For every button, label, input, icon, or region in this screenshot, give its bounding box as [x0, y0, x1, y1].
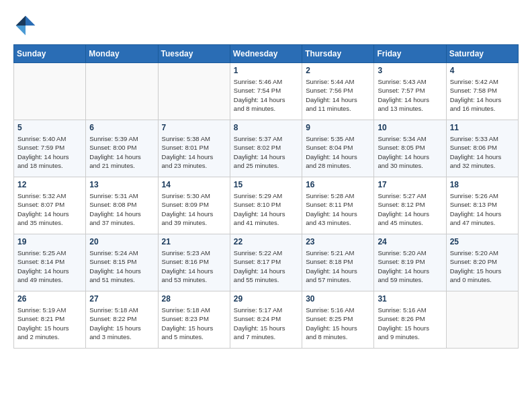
day-info: Sunrise: 5:20 AM Sunset: 8:19 PM Dayligh… [378, 248, 442, 284]
day-number: 24 [378, 237, 442, 246]
day-info: Sunrise: 5:33 AM Sunset: 8:06 PM Dayligh… [450, 134, 515, 170]
day-info: Sunrise: 5:43 AM Sunset: 7:57 PM Dayligh… [378, 77, 442, 113]
day-number: 1 [234, 66, 298, 75]
calendar-cell: 9Sunrise: 5:35 AM Sunset: 8:04 PM Daylig… [302, 120, 374, 177]
calendar-cell: 26Sunrise: 5:19 AM Sunset: 8:21 PM Dayli… [14, 291, 86, 349]
logo-icon [13, 13, 38, 38]
day-info: Sunrise: 5:44 AM Sunset: 7:56 PM Dayligh… [306, 77, 370, 113]
calendar-cell: 29Sunrise: 5:17 AM Sunset: 8:24 PM Dayli… [230, 291, 302, 349]
calendar-cell: 31Sunrise: 5:16 AM Sunset: 8:26 PM Dayli… [374, 291, 446, 349]
calendar-cell: 12Sunrise: 5:32 AM Sunset: 8:07 PM Dayli… [14, 177, 86, 234]
calendar-cell: 5Sunrise: 5:40 AM Sunset: 7:59 PM Daylig… [14, 120, 86, 177]
day-number: 15 [234, 180, 298, 189]
day-number: 30 [306, 294, 370, 304]
calendar-cell: 2Sunrise: 5:44 AM Sunset: 7:56 PM Daylig… [302, 63, 374, 120]
day-number: 22 [234, 237, 298, 246]
calendar-cell: 21Sunrise: 5:23 AM Sunset: 8:16 PM Dayli… [158, 234, 230, 291]
day-number: 4 [450, 66, 515, 75]
calendar-cell: 10Sunrise: 5:34 AM Sunset: 8:05 PM Dayli… [374, 120, 446, 177]
weekday-header-friday: Friday [374, 45, 446, 63]
day-number: 6 [89, 123, 154, 132]
day-number: 12 [17, 180, 82, 189]
calendar-cell [86, 63, 158, 120]
calendar-cell [446, 291, 518, 349]
day-number: 27 [89, 294, 154, 304]
day-info: Sunrise: 5:34 AM Sunset: 8:05 PM Dayligh… [378, 134, 442, 170]
day-info: Sunrise: 5:17 AM Sunset: 8:24 PM Dayligh… [234, 306, 298, 341]
day-number: 21 [162, 237, 226, 246]
day-number: 8 [234, 123, 298, 132]
day-info: Sunrise: 5:18 AM Sunset: 8:23 PM Dayligh… [162, 306, 226, 341]
day-number: 31 [378, 294, 442, 304]
day-info: Sunrise: 5:20 AM Sunset: 8:20 PM Dayligh… [450, 248, 515, 284]
day-number: 14 [162, 180, 226, 189]
day-info: Sunrise: 5:29 AM Sunset: 8:10 PM Dayligh… [234, 191, 298, 227]
day-info: Sunrise: 5:16 AM Sunset: 8:25 PM Dayligh… [306, 306, 370, 341]
day-number: 9 [306, 123, 370, 132]
calendar-cell: 20Sunrise: 5:24 AM Sunset: 8:15 PM Dayli… [86, 234, 158, 291]
day-number: 18 [450, 180, 515, 189]
day-number: 10 [378, 123, 442, 132]
calendar-cell: 18Sunrise: 5:26 AM Sunset: 8:13 PM Dayli… [446, 177, 518, 234]
weekday-header-thursday: Thursday [302, 45, 374, 63]
day-info: Sunrise: 5:22 AM Sunset: 8:17 PM Dayligh… [234, 248, 298, 284]
day-number: 2 [306, 66, 370, 75]
day-number: 28 [162, 294, 226, 304]
day-info: Sunrise: 5:18 AM Sunset: 8:22 PM Dayligh… [89, 306, 154, 341]
day-info: Sunrise: 5:19 AM Sunset: 8:21 PM Dayligh… [17, 306, 82, 341]
calendar-cell: 24Sunrise: 5:20 AM Sunset: 8:19 PM Dayli… [374, 234, 446, 291]
calendar-cell: 22Sunrise: 5:22 AM Sunset: 8:17 PM Dayli… [230, 234, 302, 291]
svg-marker-0 [26, 16, 35, 26]
day-info: Sunrise: 5:27 AM Sunset: 8:12 PM Dayligh… [378, 191, 442, 227]
day-info: Sunrise: 5:32 AM Sunset: 8:07 PM Dayligh… [17, 191, 82, 227]
day-info: Sunrise: 5:35 AM Sunset: 8:04 PM Dayligh… [306, 134, 370, 170]
calendar-cell: 19Sunrise: 5:25 AM Sunset: 8:14 PM Dayli… [14, 234, 86, 291]
day-number: 3 [378, 66, 442, 75]
calendar-cell: 16Sunrise: 5:28 AM Sunset: 8:11 PM Dayli… [302, 177, 374, 234]
day-info: Sunrise: 5:26 AM Sunset: 8:13 PM Dayligh… [450, 191, 515, 227]
calendar-cell: 13Sunrise: 5:31 AM Sunset: 8:08 PM Dayli… [86, 177, 158, 234]
calendar-table: SundayMondayTuesdayWednesdayThursdayFrid… [13, 44, 519, 349]
day-number: 20 [89, 237, 154, 246]
day-number: 17 [378, 180, 442, 189]
day-info: Sunrise: 5:39 AM Sunset: 8:00 PM Dayligh… [89, 134, 154, 170]
day-info: Sunrise: 5:31 AM Sunset: 8:08 PM Dayligh… [89, 191, 154, 227]
day-info: Sunrise: 5:40 AM Sunset: 7:59 PM Dayligh… [17, 134, 82, 170]
calendar-cell: 7Sunrise: 5:38 AM Sunset: 8:01 PM Daylig… [158, 120, 230, 177]
weekday-header-saturday: Saturday [446, 45, 518, 63]
calendar-cell: 30Sunrise: 5:16 AM Sunset: 8:25 PM Dayli… [302, 291, 374, 349]
day-info: Sunrise: 5:28 AM Sunset: 8:11 PM Dayligh… [306, 191, 370, 227]
calendar-cell: 14Sunrise: 5:30 AM Sunset: 8:09 PM Dayli… [158, 177, 230, 234]
calendar-cell: 1Sunrise: 5:46 AM Sunset: 7:54 PM Daylig… [230, 63, 302, 120]
logo [13, 13, 40, 38]
calendar-cell [158, 63, 230, 120]
day-info: Sunrise: 5:30 AM Sunset: 8:09 PM Dayligh… [162, 191, 226, 227]
calendar-cell: 23Sunrise: 5:21 AM Sunset: 8:18 PM Dayli… [302, 234, 374, 291]
day-info: Sunrise: 5:38 AM Sunset: 8:01 PM Dayligh… [162, 134, 226, 170]
svg-marker-2 [16, 26, 26, 35]
day-number: 7 [162, 123, 226, 132]
weekday-header-wednesday: Wednesday [230, 45, 302, 63]
day-info: Sunrise: 5:21 AM Sunset: 8:18 PM Dayligh… [306, 248, 370, 284]
calendar-cell: 3Sunrise: 5:43 AM Sunset: 7:57 PM Daylig… [374, 63, 446, 120]
calendar-cell: 4Sunrise: 5:42 AM Sunset: 7:58 PM Daylig… [446, 63, 518, 120]
calendar-cell: 15Sunrise: 5:29 AM Sunset: 8:10 PM Dayli… [230, 177, 302, 234]
day-info: Sunrise: 5:46 AM Sunset: 7:54 PM Dayligh… [234, 77, 298, 113]
day-info: Sunrise: 5:25 AM Sunset: 8:14 PM Dayligh… [17, 248, 82, 284]
weekday-header-tuesday: Tuesday [158, 45, 230, 63]
calendar-cell: 11Sunrise: 5:33 AM Sunset: 8:06 PM Dayli… [446, 120, 518, 177]
day-number: 19 [17, 237, 82, 246]
calendar-cell: 8Sunrise: 5:37 AM Sunset: 8:02 PM Daylig… [230, 120, 302, 177]
day-info: Sunrise: 5:16 AM Sunset: 8:26 PM Dayligh… [378, 306, 442, 341]
day-info: Sunrise: 5:23 AM Sunset: 8:16 PM Dayligh… [162, 248, 226, 284]
calendar-cell: 28Sunrise: 5:18 AM Sunset: 8:23 PM Dayli… [158, 291, 230, 349]
weekday-header-monday: Monday [86, 45, 158, 63]
calendar-cell: 25Sunrise: 5:20 AM Sunset: 8:20 PM Dayli… [446, 234, 518, 291]
calendar-cell [14, 63, 86, 120]
svg-marker-1 [16, 16, 26, 26]
calendar-cell: 17Sunrise: 5:27 AM Sunset: 8:12 PM Dayli… [374, 177, 446, 234]
day-number: 5 [17, 123, 82, 132]
day-number: 23 [306, 237, 370, 246]
day-number: 11 [450, 123, 515, 132]
day-info: Sunrise: 5:37 AM Sunset: 8:02 PM Dayligh… [234, 134, 298, 170]
